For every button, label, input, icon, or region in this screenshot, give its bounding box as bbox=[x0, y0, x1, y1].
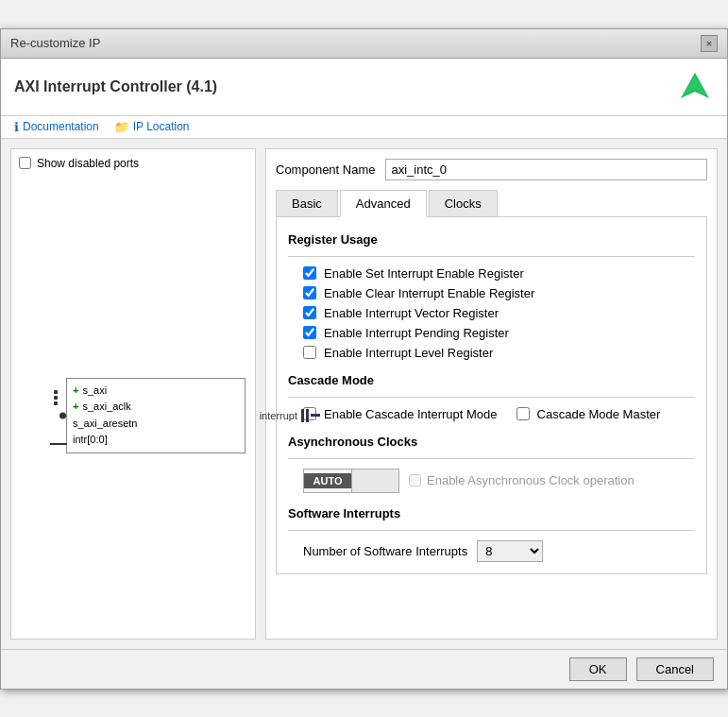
show-disabled-label: Show disabled ports bbox=[37, 157, 139, 170]
cb-enable-clear-input[interactable] bbox=[303, 286, 316, 299]
cb-enable-vector: Enable Interrupt Vector Register bbox=[303, 306, 695, 320]
dialog-footer: OK Cancel bbox=[1, 649, 727, 689]
dialog-title: Re-customize IP bbox=[10, 36, 100, 50]
content-area: Show disabled ports bbox=[1, 139, 727, 649]
tab-basic[interactable]: Basic bbox=[276, 190, 338, 216]
cb-enable-pending-label: Enable Interrupt Pending Register bbox=[324, 326, 509, 340]
port-s-axi-aresetn: s_axi_aresetn bbox=[73, 416, 239, 433]
cb-cascade-master: Cascade Mode Master bbox=[516, 407, 661, 421]
async-input-area: AUTO bbox=[303, 469, 399, 493]
async-enable-label: Enable Asynchronous Clock operation bbox=[427, 473, 635, 487]
dialog-window: Re-customize IP × AXI Interrupt Controll… bbox=[0, 28, 728, 690]
show-disabled-checkbox[interactable] bbox=[19, 157, 31, 169]
cb-enable-pending-input[interactable] bbox=[303, 326, 316, 339]
async-clocks-title: Asynchronous Clocks bbox=[288, 435, 695, 449]
cb-enable-level-label: Enable Interrupt Level Register bbox=[324, 346, 493, 360]
ok-button[interactable]: OK bbox=[569, 657, 627, 681]
left-panel: Show disabled ports bbox=[10, 148, 256, 640]
component-diagram: + s_axi + s_axi_aclk s_axi_aresetn intr[… bbox=[66, 378, 245, 453]
cb-enable-clear-label: Enable Clear Interrupt Enable Register bbox=[324, 286, 534, 300]
cb-enable-level-input[interactable] bbox=[303, 346, 316, 359]
info-icon: ℹ bbox=[14, 120, 19, 134]
cancel-button[interactable]: Cancel bbox=[636, 657, 714, 681]
tab-clocks[interactable]: Clocks bbox=[429, 190, 498, 216]
app-header: AXI Interrupt Controller (4.1) bbox=[1, 59, 727, 116]
cb-cascade-master-label: Cascade Mode Master bbox=[537, 407, 661, 421]
async-row: AUTO Enable Asynchronous Clock operation bbox=[303, 469, 695, 493]
ip-location-link[interactable]: 📁 IP Location bbox=[114, 120, 190, 134]
advanced-tab-content: Register Usage Enable Set Interrupt Enab… bbox=[276, 217, 707, 574]
close-button[interactable]: × bbox=[701, 35, 718, 52]
cb-enable-clear: Enable Clear Interrupt Enable Register bbox=[303, 286, 695, 300]
cb-cascade-master-input[interactable] bbox=[516, 407, 530, 420]
app-title: AXI Interrupt Controller (4.1) bbox=[14, 78, 217, 95]
cb-enable-pending: Enable Interrupt Pending Register bbox=[303, 326, 695, 340]
ip-location-label: IP Location bbox=[133, 120, 190, 133]
cascade-row: Enable Cascade Interrupt Mode Cascade Mo… bbox=[303, 407, 695, 421]
cb-enable-vector-label: Enable Interrupt Vector Register bbox=[324, 306, 499, 320]
async-enable-checkbox[interactable] bbox=[409, 474, 421, 487]
software-int-row: Number of Software Interrupts 0 1 2 4 8 … bbox=[303, 540, 695, 562]
cb-enable-set-label: Enable Set Interrupt Enable Register bbox=[324, 266, 524, 281]
cascade-mode-title: Cascade Mode bbox=[288, 373, 695, 387]
software-int-label: Number of Software Interrupts bbox=[303, 544, 467, 558]
interrupt-label: interrupt bbox=[260, 410, 297, 421]
show-disabled-row: Show disabled ports bbox=[19, 157, 247, 170]
cb-cascade-interrupt: Enable Cascade Interrupt Mode bbox=[303, 407, 498, 421]
cb-enable-level: Enable Interrupt Level Register bbox=[303, 346, 695, 360]
port-s-axi-aclk: + s_axi_aclk bbox=[73, 399, 239, 416]
cb-enable-set: Enable Set Interrupt Enable Register bbox=[303, 266, 695, 281]
s-axi-aclk-label: s_axi_aclk bbox=[82, 399, 130, 416]
cb-enable-vector-input[interactable] bbox=[303, 306, 316, 319]
s-axi-label: s_axi bbox=[82, 383, 107, 400]
cb-cascade-interrupt-label: Enable Cascade Interrupt Mode bbox=[324, 407, 498, 421]
component-inner: + s_axi + s_axi_aclk s_axi_aresetn intr[… bbox=[67, 379, 245, 452]
nav-bar: ℹ Documentation 📁 IP Location bbox=[1, 116, 727, 139]
cb-enable-set-input[interactable] bbox=[303, 266, 316, 280]
svg-marker-1 bbox=[683, 76, 707, 96]
component-name-row: Component Name bbox=[276, 159, 707, 180]
auto-button[interactable]: AUTO bbox=[304, 473, 351, 488]
software-int-select[interactable]: 0 1 2 4 8 16 bbox=[477, 540, 543, 562]
software-int-title: Software Interrupts bbox=[288, 506, 695, 521]
async-enable-row: Enable Asynchronous Clock operation bbox=[409, 473, 635, 487]
documentation-label: Documentation bbox=[23, 120, 99, 133]
right-panel: Component Name Basic Advanced Clocks Reg… bbox=[265, 148, 718, 640]
intr-label: intr[0:0] bbox=[73, 432, 108, 449]
port-intr: intr[0:0] bbox=[73, 432, 239, 449]
register-usage-title: Register Usage bbox=[288, 232, 695, 247]
documentation-link[interactable]: ℹ Documentation bbox=[14, 120, 99, 134]
folder-icon: 📁 bbox=[114, 120, 129, 134]
s-axi-aresetn-label: s_axi_aresetn bbox=[73, 416, 138, 433]
title-bar: Re-customize IP × bbox=[1, 29, 727, 59]
component-name-label: Component Name bbox=[276, 162, 376, 177]
port-s-axi: + s_axi bbox=[73, 383, 239, 400]
vivado-logo bbox=[676, 68, 714, 106]
component-name-input[interactable] bbox=[385, 159, 708, 180]
tab-advanced[interactable]: Advanced bbox=[340, 190, 427, 217]
tabs: Basic Advanced Clocks bbox=[276, 190, 707, 217]
